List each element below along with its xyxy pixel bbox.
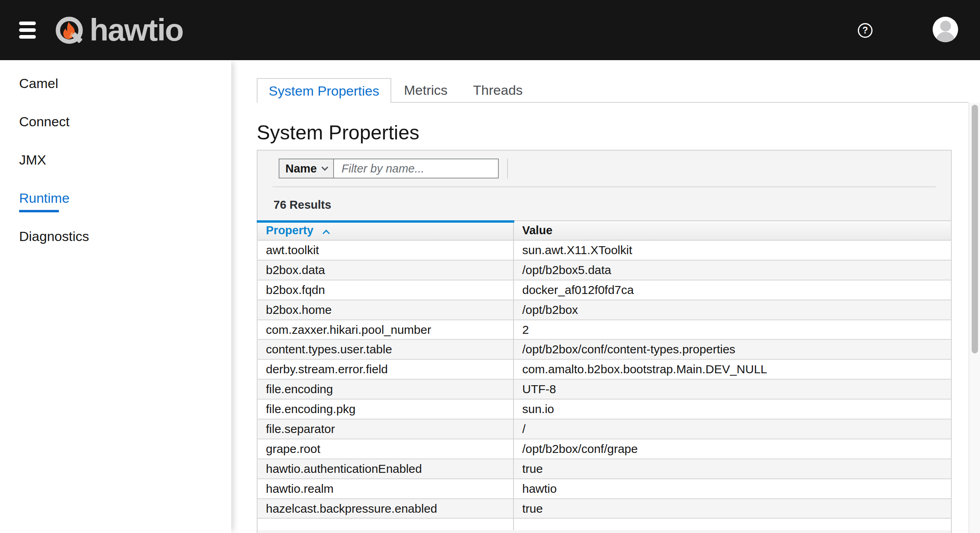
table-row-partial: [258, 518, 951, 530]
value-cell: true: [513, 459, 951, 479]
table-row: file.separator/: [258, 419, 951, 439]
sidebar-item-runtime[interactable]: Runtime: [0, 179, 231, 217]
q-tail: [71, 32, 82, 43]
scrollbar-track[interactable]: [968, 103, 980, 533]
table-row: hawtio.authenticationEnabledtrue: [258, 459, 951, 479]
filter-input[interactable]: [334, 159, 499, 178]
property-cell: derby.stream.error.field: [258, 359, 513, 379]
page-title: System Properties: [257, 121, 419, 144]
value-cell: /opt/b2box/conf/content-types.properties: [513, 339, 951, 359]
table-row: file.encodingUTF-8: [258, 379, 951, 399]
value-cell: 2: [513, 320, 951, 340]
table-row: content.types.user.table/opt/b2box/conf/…: [258, 339, 951, 359]
value-cell: sun.io: [513, 399, 951, 419]
value-cell: /opt/b2box: [513, 300, 951, 320]
tab-threads[interactable]: Threads: [460, 78, 535, 102]
filter-group: Name: [279, 159, 499, 178]
table-row: hawtio.realmhawtio: [258, 479, 951, 499]
table-row: com.zaxxer.hikari.pool_number2: [258, 320, 951, 340]
value-cell: true: [513, 499, 951, 519]
value-cell: docker_af012f0fd7ca: [513, 280, 951, 300]
chevron-down-icon: [322, 164, 328, 171]
scrollbar-thumb[interactable]: [972, 105, 978, 353]
property-cell: com.zaxxer.hikari.pool_number: [258, 320, 513, 340]
value-cell: sun.awt.X11.XToolkit: [513, 240, 951, 260]
table-header-row: Property Value: [258, 221, 951, 240]
hamburger-bar: [19, 35, 36, 39]
sort-asc-icon: [323, 230, 330, 237]
table-row: b2box.home/opt/b2box: [258, 300, 951, 320]
table-row: hazelcast.backpressure.enabledtrue: [258, 499, 951, 519]
property-cell: hazelcast.backpressure.enabled: [258, 499, 513, 519]
sidebar-item-camel[interactable]: Camel: [0, 64, 231, 102]
table-row: awt.toolkitsun.awt.X11.XToolkit: [258, 240, 951, 260]
sidebar-item-diagnostics[interactable]: Diagnostics: [0, 217, 231, 255]
tab-system-properties[interactable]: System Properties: [257, 78, 391, 103]
sidebar: CamelConnectJMXRuntimeDiagnostics: [0, 60, 231, 533]
avatar-body: [936, 32, 955, 42]
property-cell: hawtio.authenticationEnabled: [258, 459, 513, 479]
column-header-property[interactable]: Property: [258, 221, 513, 240]
property-cell: awt.toolkit: [258, 240, 513, 260]
column-header-value[interactable]: Value: [513, 221, 951, 240]
property-cell: b2box.home: [258, 300, 513, 320]
tab-metrics[interactable]: Metrics: [391, 78, 461, 102]
value-cell: com.amalto.b2box.bootstrap.Main.DEV_NULL: [513, 359, 951, 379]
sidebar-item-connect[interactable]: Connect: [0, 102, 231, 141]
table-row: b2box.data/opt/b2box5.data: [258, 260, 951, 280]
value-cell: /opt/b2box/conf/grape: [513, 439, 951, 459]
menu-toggle-icon[interactable]: [19, 22, 36, 39]
avatar[interactable]: [933, 17, 958, 42]
results-count: 76 Results: [273, 198, 331, 212]
table-row: derby.stream.error.fieldcom.amalto.b2box…: [258, 359, 951, 379]
table-body: awt.toolkitsun.awt.X11.XToolkitb2box.dat…: [258, 240, 951, 530]
filter-attribute-dropdown[interactable]: Name: [279, 159, 334, 178]
property-cell: grape.root: [258, 439, 513, 459]
tab-list: System PropertiesMetricsThreads: [257, 78, 968, 103]
toolbar-separator: [273, 186, 936, 187]
filter-card: Name 76 Results Property Va: [257, 150, 952, 533]
help-icon[interactable]: ?: [858, 23, 873, 38]
help-glyph: ?: [862, 25, 868, 36]
property-cell: file.encoding.pkg: [258, 399, 513, 419]
property-cell: b2box.data: [258, 260, 513, 280]
property-cell: file.separator: [258, 419, 513, 439]
value-cell: /: [513, 419, 951, 439]
property-cell: hawtio.realm: [258, 479, 513, 499]
table-row: b2box.fqdndocker_af012f0fd7ca: [258, 280, 951, 300]
property-cell: content.types.user.table: [258, 339, 513, 359]
avatar-head: [940, 21, 951, 31]
hamburger-bar: [19, 22, 36, 25]
logo-text: hawtio: [90, 0, 183, 60]
sorted-column-indicator: [257, 220, 514, 223]
toolbar-divider: [507, 159, 508, 178]
hamburger-bar: [19, 28, 36, 32]
app-logo[interactable]: hawtio: [56, 0, 183, 60]
table-row: grape.root/opt/b2box/conf/grape: [258, 439, 951, 459]
table-row: file.encoding.pkgsun.io: [258, 399, 951, 419]
value-cell: UTF-8: [513, 379, 951, 399]
sidebar-item-jmx[interactable]: JMX: [0, 141, 231, 179]
hawtio-ring-icon: [56, 17, 83, 44]
properties-table: Property Value awt.toolkitsun.awt.X11.XT…: [257, 220, 952, 530]
sidebar-nav-list: CamelConnectJMXRuntimeDiagnostics: [0, 60, 231, 255]
filter-attribute-label: Name: [285, 162, 317, 175]
property-cell: file.encoding: [258, 379, 513, 399]
value-cell: hawtio: [513, 479, 951, 499]
main-content: System PropertiesMetricsThreads System P…: [231, 60, 980, 533]
masthead: hawtio ?: [0, 0, 980, 60]
property-cell: b2box.fqdn: [258, 280, 513, 300]
value-cell: /opt/b2box5.data: [513, 260, 951, 280]
